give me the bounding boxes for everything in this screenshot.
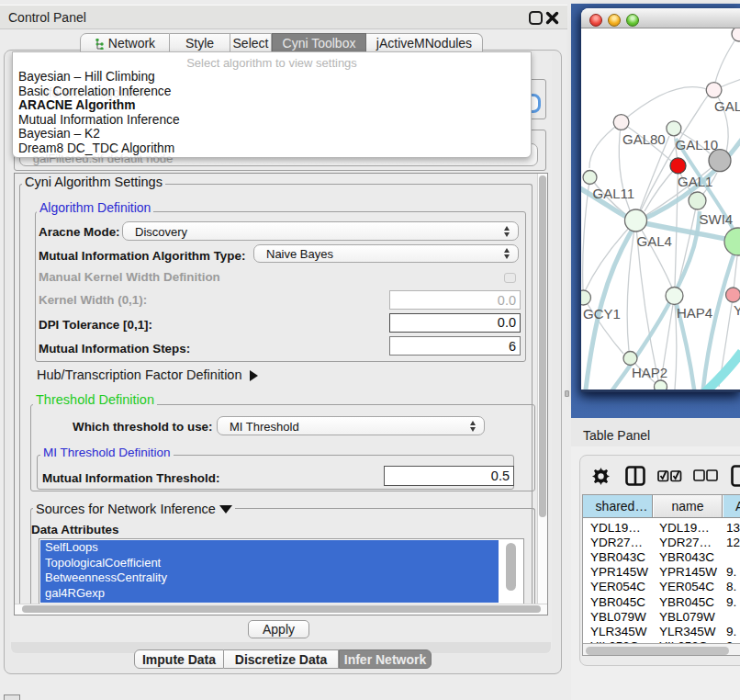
svg-text:GAL1: GAL1 [678, 174, 712, 189]
svg-text:HAP2: HAP2 [632, 365, 667, 380]
svg-text:GAL10: GAL10 [676, 137, 719, 152]
svg-text:GAL80: GAL80 [622, 131, 666, 147]
svg-text:HAP4: HAP4 [677, 305, 712, 321]
svg-text:GAL11: GAL11 [593, 186, 635, 201]
svg-text:Y: Y [734, 302, 740, 318]
svg-text:SWI4: SWI4 [700, 211, 734, 227]
svg-text:GCY1: GCY1 [583, 306, 621, 322]
svg-text:GAL7: GAL7 [714, 98, 740, 114]
svg-text:GAL4: GAL4 [637, 233, 672, 249]
